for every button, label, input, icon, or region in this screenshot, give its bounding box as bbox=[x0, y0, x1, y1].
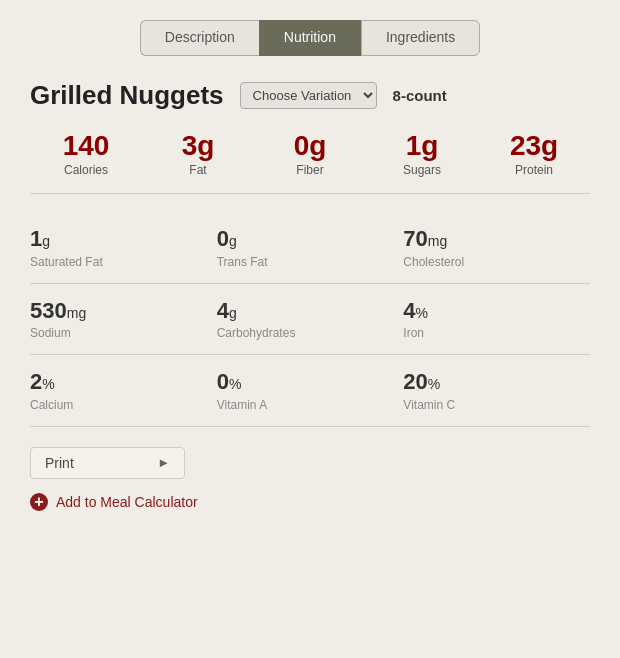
macro-sugars: 1g Sugars bbox=[366, 131, 478, 178]
macro-calories-value: 140 bbox=[30, 131, 142, 162]
detail-calcium-value: 2% bbox=[30, 369, 217, 395]
detail-saturated-fat-value: 1g bbox=[30, 226, 217, 252]
tab-bar: Description Nutrition Ingredients bbox=[30, 20, 590, 56]
plus-icon: + bbox=[30, 493, 48, 511]
detail-calcium-label: Calcium bbox=[30, 398, 217, 412]
detail-calcium: 2% Calcium bbox=[30, 369, 217, 411]
macro-sugars-value: 1g bbox=[366, 131, 478, 162]
macro-protein-value: 23g bbox=[478, 131, 590, 162]
macro-fat-value: 3g bbox=[142, 131, 254, 162]
detail-sodium-label: Sodium bbox=[30, 326, 217, 340]
detail-cholesterol-label: Cholesterol bbox=[403, 255, 590, 269]
detail-vitamin-a-value: 0% bbox=[217, 369, 404, 395]
detail-vitamin-a-label: Vitamin A bbox=[217, 398, 404, 412]
detail-carbs: 4g Carbohydrates bbox=[217, 298, 404, 340]
macro-fiber-label: Fiber bbox=[254, 163, 366, 177]
macro-sugars-label: Sugars bbox=[366, 163, 478, 177]
detail-carbs-value: 4g bbox=[217, 298, 404, 324]
macro-protein-label: Protein bbox=[478, 163, 590, 177]
detail-iron-label: Iron bbox=[403, 326, 590, 340]
macro-calories: 140 Calories bbox=[30, 131, 142, 178]
title-row: Grilled Nuggets Choose Variation 8-count bbox=[30, 80, 590, 111]
variation-select[interactable]: Choose Variation bbox=[240, 82, 377, 109]
print-label: Print bbox=[45, 455, 74, 471]
tab-ingredients[interactable]: Ingredients bbox=[361, 20, 480, 56]
add-meal-label: Add to Meal Calculator bbox=[56, 494, 198, 510]
macro-fiber-value: 0g bbox=[254, 131, 366, 162]
detail-section-1: 1g Saturated Fat 0g Trans Fat 70mg Chole… bbox=[30, 212, 590, 283]
add-meal-button[interactable]: + Add to Meal Calculator bbox=[30, 493, 590, 511]
macro-calories-label: Calories bbox=[30, 163, 142, 177]
macro-protein: 23g Protein bbox=[478, 131, 590, 178]
detail-vitamin-c-value: 20% bbox=[403, 369, 590, 395]
detail-iron: 4% Iron bbox=[403, 298, 590, 340]
detail-sodium-value: 530mg bbox=[30, 298, 217, 324]
print-button[interactable]: Print ► bbox=[30, 447, 185, 479]
detail-trans-fat-label: Trans Fat bbox=[217, 255, 404, 269]
detail-trans-fat: 0g Trans Fat bbox=[217, 226, 404, 268]
detail-section-3: 2% Calcium 0% Vitamin A 20% Vitamin C bbox=[30, 355, 590, 426]
detail-cholesterol: 70mg Cholesterol bbox=[403, 226, 590, 268]
tab-description[interactable]: Description bbox=[140, 20, 259, 56]
macro-fat-label: Fat bbox=[142, 163, 254, 177]
macro-fiber: 0g Fiber bbox=[254, 131, 366, 178]
detail-vitamin-a: 0% Vitamin A bbox=[217, 369, 404, 411]
detail-cholesterol-value: 70mg bbox=[403, 226, 590, 252]
print-arrow-icon: ► bbox=[157, 455, 170, 470]
detail-section-2: 530mg Sodium 4g Carbohydrates 4% Iron bbox=[30, 284, 590, 355]
food-title: Grilled Nuggets bbox=[30, 80, 224, 111]
tab-nutrition[interactable]: Nutrition bbox=[259, 20, 361, 56]
macro-row: 140 Calories 3g Fat 0g Fiber 1g Sugars 2… bbox=[30, 131, 590, 195]
detail-saturated-fat-label: Saturated Fat bbox=[30, 255, 217, 269]
detail-vitamin-c-label: Vitamin C bbox=[403, 398, 590, 412]
macro-fat: 3g Fat bbox=[142, 131, 254, 178]
detail-sodium: 530mg Sodium bbox=[30, 298, 217, 340]
detail-saturated-fat: 1g Saturated Fat bbox=[30, 226, 217, 268]
detail-trans-fat-value: 0g bbox=[217, 226, 404, 252]
detail-vitamin-c: 20% Vitamin C bbox=[403, 369, 590, 411]
detail-carbs-label: Carbohydrates bbox=[217, 326, 404, 340]
detail-iron-value: 4% bbox=[403, 298, 590, 324]
count-label: 8-count bbox=[393, 87, 447, 104]
